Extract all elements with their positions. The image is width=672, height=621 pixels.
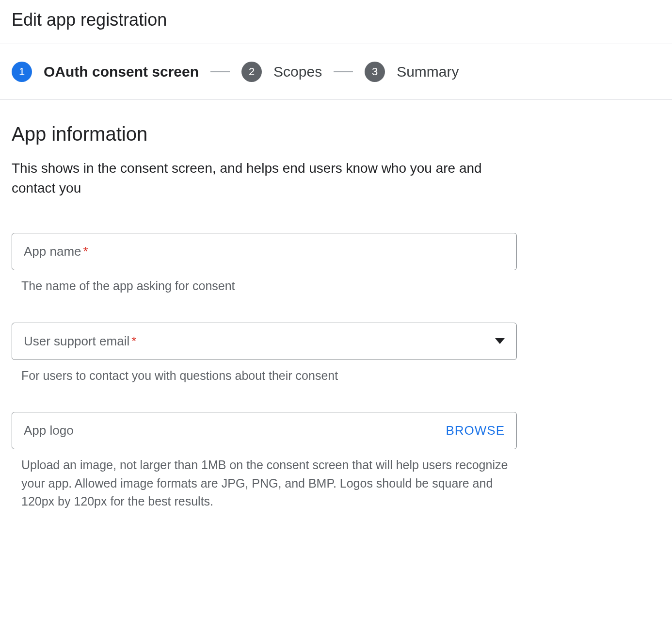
- app-name-helper: The name of the app asking for consent: [12, 277, 517, 295]
- user-support-email-field: User support email* For users to contact…: [12, 323, 517, 385]
- required-mark: *: [83, 244, 88, 259]
- app-name-field: App name* The name of the app asking for…: [12, 233, 517, 295]
- step-number-1: 1: [12, 62, 32, 82]
- browse-button[interactable]: BROWSE: [446, 423, 505, 438]
- app-name-input[interactable]: App name*: [12, 233, 517, 270]
- step-label-scopes: Scopes: [273, 64, 322, 80]
- page-header: Edit app registration: [0, 0, 672, 44]
- step-label-summary: Summary: [397, 64, 459, 80]
- user-support-email-helper: For users to contact you with questions …: [12, 367, 517, 385]
- chevron-down-icon: [495, 338, 505, 344]
- section-title: App information: [12, 123, 517, 145]
- step-connector: [210, 71, 230, 72]
- app-name-label: App name*: [24, 244, 88, 259]
- section-description: This shows in the consent screen, and he…: [12, 159, 517, 198]
- step-summary[interactable]: 3 Summary: [365, 62, 459, 82]
- stepper: 1 OAuth consent screen 2 Scopes 3 Summar…: [0, 44, 672, 99]
- required-mark: *: [131, 334, 136, 348]
- app-logo-helper: Upload an image, not larger than 1MB on …: [12, 456, 517, 511]
- app-logo-field: App logo BROWSE Upload an image, not lar…: [12, 412, 517, 511]
- user-support-email-label: User support email*: [24, 334, 136, 349]
- step-oauth-consent[interactable]: 1 OAuth consent screen: [12, 62, 199, 82]
- step-connector: [334, 71, 353, 72]
- step-scopes[interactable]: 2 Scopes: [241, 62, 322, 82]
- step-number-3: 3: [365, 62, 385, 82]
- app-logo-input[interactable]: App logo BROWSE: [12, 412, 517, 449]
- content: App information This shows in the consen…: [0, 100, 528, 550]
- page-title: Edit app registration: [12, 10, 660, 30]
- app-logo-label: App logo: [24, 423, 74, 438]
- step-number-2: 2: [241, 62, 262, 82]
- user-support-email-select[interactable]: User support email*: [12, 323, 517, 360]
- step-label-oauth-consent: OAuth consent screen: [44, 64, 199, 80]
